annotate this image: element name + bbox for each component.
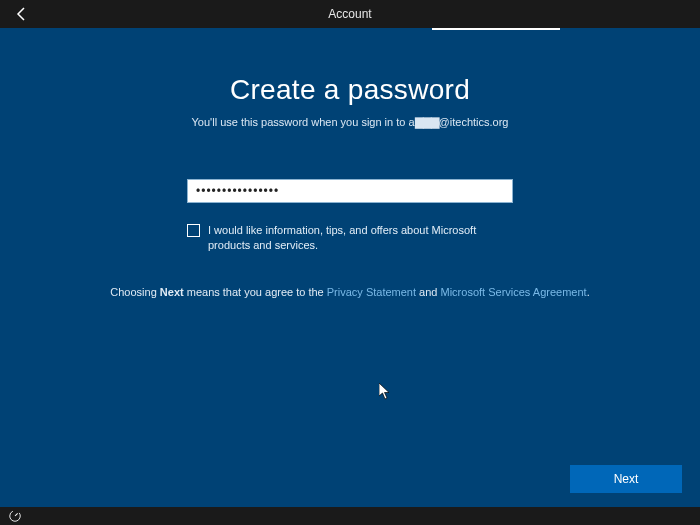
back-arrow-icon [14, 6, 30, 22]
titlebar-title: Account [328, 7, 371, 21]
main-content: Create a password You'll use this passwo… [0, 30, 700, 298]
back-button[interactable] [14, 6, 30, 22]
tab-underline [432, 28, 560, 30]
services-agreement-link[interactable]: Microsoft Services Agreement [441, 286, 587, 298]
agreement-mid2: and [416, 286, 440, 298]
password-input[interactable] [187, 179, 513, 203]
bottombar [0, 507, 700, 525]
newsletter-checkbox-row: I would like information, tips, and offe… [187, 223, 513, 254]
privacy-statement-link[interactable]: Privacy Statement [327, 286, 416, 298]
next-button[interactable]: Next [570, 465, 682, 493]
subtitle-email-obscured: a▇▇▇ [408, 116, 438, 128]
agreement-next-word: Next [160, 286, 184, 298]
subtitle-prefix: You'll use this password when you sign i… [192, 116, 409, 128]
newsletter-checkbox[interactable] [187, 224, 200, 237]
ease-of-access-icon[interactable] [8, 509, 22, 523]
newsletter-checkbox-label: I would like information, tips, and offe… [208, 223, 513, 254]
page-subtitle: You'll use this password when you sign i… [192, 116, 509, 129]
subtitle-email-domain: @itechtics.org [439, 116, 509, 128]
titlebar: Account [0, 0, 700, 30]
agreement-suffix: . [587, 286, 590, 298]
page-title: Create a password [230, 74, 470, 106]
agreement-text: Choosing Next means that you agree to th… [110, 286, 589, 298]
agreement-prefix: Choosing [110, 286, 160, 298]
agreement-mid1: means that you agree to the [184, 286, 327, 298]
mouse-cursor-icon [379, 383, 393, 405]
